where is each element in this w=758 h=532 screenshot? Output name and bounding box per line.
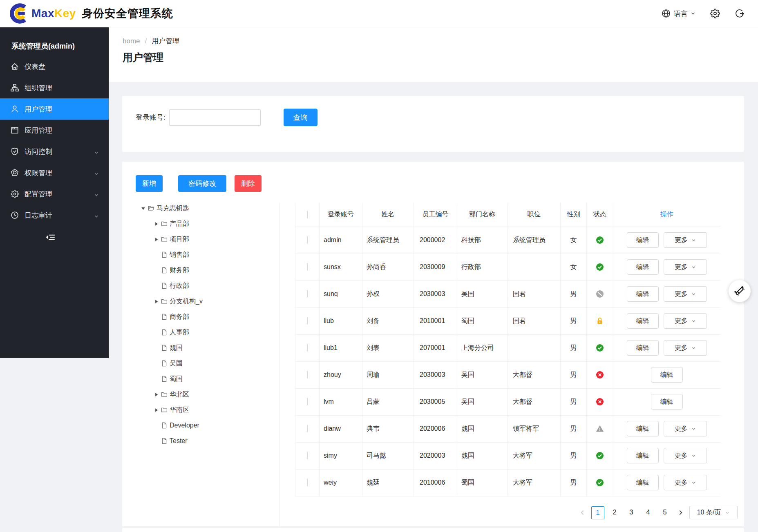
settings-button[interactable] — [710, 9, 720, 18]
actions-cell: 编辑更多 — [613, 334, 720, 361]
tree-node[interactable]: 吴国 — [122, 356, 279, 371]
add-button[interactable]: 新增 — [136, 175, 163, 192]
pagination-page-4[interactable]: 4 — [642, 506, 655, 519]
file-icon — [160, 437, 168, 445]
page-size-select[interactable]: 10 条/页 — [689, 506, 738, 519]
row-select-cell — [295, 307, 320, 334]
theme-wand-button[interactable] — [729, 280, 751, 302]
tree-node[interactable]: 项目部 — [122, 231, 279, 247]
select-all-checkbox[interactable] — [307, 211, 308, 218]
login-account-input[interactable] — [169, 109, 261, 126]
caret-right-icon[interactable] — [152, 220, 160, 228]
edit-button[interactable]: 编辑 — [627, 421, 659, 436]
delete-button[interactable]: 删除 — [235, 175, 262, 192]
tree-node[interactable]: 产品部 — [122, 216, 279, 231]
status-active-icon — [596, 236, 604, 243]
tree-node[interactable]: 马克思钥匙 — [122, 200, 279, 216]
more-button[interactable]: 更多 — [664, 448, 707, 463]
column-header: 员工编号 — [414, 203, 457, 227]
caret-right-icon[interactable] — [152, 390, 160, 398]
row-checkbox[interactable] — [307, 371, 308, 378]
sidebar-item-access-control[interactable]: 访问控制 — [0, 141, 109, 162]
edit-button[interactable]: 编辑 — [651, 394, 683, 410]
edit-button[interactable]: 编辑 — [627, 448, 659, 463]
sidebar-item-applications[interactable]: 应用管理 — [0, 120, 109, 141]
row-checkbox[interactable] — [307, 236, 308, 244]
language-menu[interactable]: 语言 — [661, 9, 695, 18]
breadcrumb-home[interactable]: home — [123, 37, 140, 45]
caret-right-icon[interactable] — [152, 235, 160, 243]
query-button[interactable]: 查询 — [284, 109, 318, 126]
employee-id-cell: 2030003 — [414, 280, 457, 307]
tree-node[interactable]: 销售部 — [122, 247, 279, 263]
row-checkbox[interactable] — [307, 290, 308, 298]
pagination-page-1[interactable]: 1 — [591, 506, 604, 519]
status-cell — [587, 388, 613, 415]
edit-button[interactable]: 编辑 — [627, 232, 659, 248]
caret-down-icon[interactable] — [139, 204, 147, 212]
row-checkbox[interactable] — [307, 344, 308, 352]
breadcrumb-separator: / — [145, 37, 147, 45]
more-button[interactable]: 更多 — [664, 475, 707, 490]
sidebar-item-label: 权限管理 — [25, 168, 52, 178]
tree-node[interactable]: Tester — [122, 433, 279, 449]
sidebar: 系统管理员(admin) 仪表盘组织管理用户管理应用管理访问控制权限管理配置管理… — [0, 27, 109, 358]
more-button[interactable]: 更多 — [664, 313, 707, 329]
row-checkbox[interactable] — [307, 263, 308, 271]
chevron-down-icon — [691, 265, 696, 269]
column-header: 部门名称 — [457, 203, 508, 227]
tree-node[interactable]: 财务部 — [122, 263, 279, 278]
sidebar-menu: 仪表盘组织管理用户管理应用管理访问控制权限管理配置管理日志审计 — [0, 56, 109, 226]
caret-right-icon[interactable] — [152, 406, 160, 414]
row-checkbox[interactable] — [307, 452, 308, 459]
sidebar-item-organizations[interactable]: 组织管理 — [0, 77, 109, 98]
pagination-page-5[interactable]: 5 — [658, 506, 671, 519]
pagination-prev-icon[interactable] — [577, 506, 588, 519]
caret-right-icon[interactable] — [152, 297, 160, 305]
more-button[interactable]: 更多 — [664, 340, 707, 356]
row-checkbox[interactable] — [307, 479, 308, 486]
pagination-next-icon[interactable] — [675, 506, 686, 519]
change-password-button[interactable]: 密码修改 — [178, 175, 226, 192]
table-row: sunq孙权2030003吴国国君男编辑更多 — [295, 280, 720, 307]
more-button[interactable]: 更多 — [664, 232, 707, 248]
tree-node[interactable]: 分支机构_v — [122, 294, 279, 309]
more-button[interactable]: 更多 — [664, 421, 707, 436]
chevron-down-icon — [725, 510, 730, 515]
row-checkbox[interactable] — [307, 398, 308, 405]
more-button[interactable]: 更多 — [664, 286, 707, 302]
row-checkbox[interactable] — [307, 425, 308, 432]
menu-fold-icon[interactable] — [45, 233, 55, 241]
tree-node[interactable]: 行政部 — [122, 278, 279, 294]
sidebar-item-users[interactable]: 用户管理 — [0, 98, 109, 120]
sidebar-item-dashboard[interactable]: 仪表盘 — [0, 56, 109, 77]
edit-button[interactable]: 编辑 — [627, 313, 659, 329]
tree-node-label: 魏国 — [170, 344, 183, 352]
pagination-page-3[interactable]: 3 — [625, 506, 638, 519]
tree-node[interactable]: 华南区 — [122, 402, 279, 418]
tree-node[interactable]: 人事部 — [122, 325, 279, 340]
logout-button[interactable] — [735, 9, 745, 18]
caret-spacer — [152, 282, 160, 290]
folder-icon — [160, 390, 168, 398]
edit-button[interactable]: 编辑 — [627, 340, 659, 356]
tree-node[interactable]: 商务部 — [122, 309, 279, 325]
edit-button[interactable]: 编辑 — [627, 286, 659, 302]
sidebar-item-configuration[interactable]: 配置管理 — [0, 183, 109, 205]
tree-node[interactable]: 蜀国 — [122, 371, 279, 387]
edit-button[interactable]: 编辑 — [627, 475, 659, 490]
tree-node[interactable]: 华北区 — [122, 387, 279, 402]
search-row: 登录账号: 查询 — [136, 109, 318, 126]
sidebar-item-audit-log[interactable]: 日志审计 — [0, 205, 109, 226]
folder-icon — [160, 406, 168, 414]
more-button[interactable]: 更多 — [664, 259, 707, 275]
employee-id-cell: 2030009 — [414, 254, 457, 280]
edit-button[interactable]: 编辑 — [651, 367, 683, 383]
tree-node[interactable]: 魏国 — [122, 340, 279, 356]
sidebar-item-permissions[interactable]: 权限管理 — [0, 162, 109, 183]
row-checkbox[interactable] — [307, 317, 308, 325]
tree-node[interactable]: Developer — [122, 418, 279, 433]
pagination-page-2[interactable]: 2 — [608, 506, 621, 519]
edit-button[interactable]: 编辑 — [627, 259, 659, 275]
caret-spacer — [152, 251, 160, 259]
